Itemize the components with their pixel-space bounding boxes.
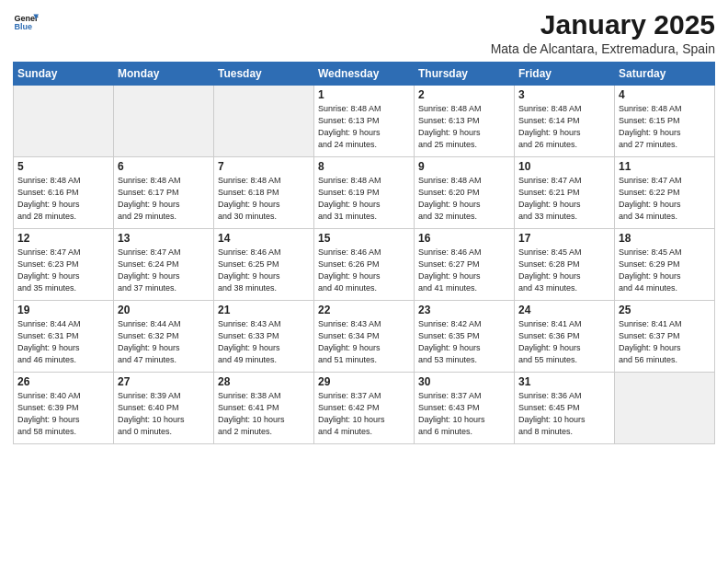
day-cell: 3Sunrise: 8:48 AM Sunset: 6:14 PM Daylig… [515,86,615,157]
day-cell: 4Sunrise: 8:48 AM Sunset: 6:15 PM Daylig… [615,86,715,157]
day-cell: 8Sunrise: 8:48 AM Sunset: 6:19 PM Daylig… [314,157,415,229]
day-cell: 11Sunrise: 8:47 AM Sunset: 6:22 PM Dayli… [615,157,715,229]
day-cell: 19Sunrise: 8:44 AM Sunset: 6:31 PM Dayli… [14,301,114,373]
day-number: 11 [619,160,711,173]
day-cell: 26Sunrise: 8:40 AM Sunset: 6:39 PM Dayli… [14,373,114,444]
day-number: 20 [118,304,210,316]
day-info: Sunrise: 8:47 AM Sunset: 6:24 PM Dayligh… [118,247,210,294]
day-cell: 31Sunrise: 8:36 AM Sunset: 6:45 PM Dayli… [515,373,615,444]
day-info: Sunrise: 8:46 AM Sunset: 6:25 PM Dayligh… [218,247,310,294]
day-info: Sunrise: 8:37 AM Sunset: 6:43 PM Dayligh… [418,390,510,438]
day-number: 12 [17,232,109,245]
header-friday: Friday [515,63,615,86]
day-cell [114,86,214,157]
calendar-title: January 2025 [491,9,715,40]
day-info: Sunrise: 8:36 AM Sunset: 6:45 PM Dayligh… [518,390,610,438]
day-info: Sunrise: 8:45 AM Sunset: 6:28 PM Dayligh… [518,247,610,294]
day-info: Sunrise: 8:37 AM Sunset: 6:42 PM Dayligh… [318,390,410,438]
day-cell: 12Sunrise: 8:47 AM Sunset: 6:23 PM Dayli… [14,229,114,301]
day-number: 18 [619,232,711,245]
day-info: Sunrise: 8:43 AM Sunset: 6:33 PM Dayligh… [218,318,310,366]
day-cell: 20Sunrise: 8:44 AM Sunset: 6:32 PM Dayli… [114,301,214,373]
day-cell [615,373,715,444]
header-saturday: Saturday [615,63,715,86]
day-info: Sunrise: 8:46 AM Sunset: 6:26 PM Dayligh… [318,247,410,294]
day-number: 5 [17,160,109,173]
day-number: 28 [218,375,310,388]
day-cell: 17Sunrise: 8:45 AM Sunset: 6:28 PM Dayli… [515,229,615,301]
day-cell: 1Sunrise: 8:48 AM Sunset: 6:13 PM Daylig… [314,86,415,157]
day-info: Sunrise: 8:48 AM Sunset: 6:13 PM Dayligh… [418,103,510,151]
day-cell: 25Sunrise: 8:41 AM Sunset: 6:37 PM Dayli… [615,301,715,373]
day-number: 24 [518,304,610,316]
day-header-row: Sunday Monday Tuesday Wednesday Thursday… [14,63,715,86]
header-wednesday: Wednesday [314,63,415,86]
week-row-4: 19Sunrise: 8:44 AM Sunset: 6:31 PM Dayli… [14,301,715,373]
day-cell: 9Sunrise: 8:48 AM Sunset: 6:20 PM Daylig… [415,157,515,229]
day-info: Sunrise: 8:38 AM Sunset: 6:41 PM Dayligh… [218,390,310,438]
day-number: 8 [318,160,410,173]
day-info: Sunrise: 8:47 AM Sunset: 6:23 PM Dayligh… [17,247,109,294]
day-cell: 13Sunrise: 8:47 AM Sunset: 6:24 PM Dayli… [114,229,214,301]
day-info: Sunrise: 8:48 AM Sunset: 6:19 PM Dayligh… [318,175,410,223]
day-number: 16 [418,232,510,245]
header-monday: Monday [114,63,214,86]
day-info: Sunrise: 8:48 AM Sunset: 6:17 PM Dayligh… [118,175,210,223]
logo-icon: General Blue [13,9,39,35]
day-number: 15 [318,232,410,245]
day-number: 23 [418,304,510,316]
calendar-container: General Blue January 2025 Mata de Alcant… [0,0,728,563]
header: General Blue January 2025 Mata de Alcant… [13,9,715,56]
day-info: Sunrise: 8:48 AM Sunset: 6:15 PM Dayligh… [619,103,711,151]
calendar-subtitle: Mata de Alcantara, Extremadura, Spain [491,41,715,56]
day-info: Sunrise: 8:48 AM Sunset: 6:20 PM Dayligh… [418,175,510,223]
day-cell: 22Sunrise: 8:43 AM Sunset: 6:34 PM Dayli… [314,301,415,373]
day-info: Sunrise: 8:39 AM Sunset: 6:40 PM Dayligh… [118,390,210,438]
day-number: 1 [318,88,410,101]
day-cell: 7Sunrise: 8:48 AM Sunset: 6:18 PM Daylig… [214,157,314,229]
week-row-1: 1Sunrise: 8:48 AM Sunset: 6:13 PM Daylig… [14,86,715,157]
day-number: 17 [518,232,610,245]
day-number: 4 [619,88,711,101]
day-number: 22 [318,304,410,316]
day-cell: 24Sunrise: 8:41 AM Sunset: 6:36 PM Dayli… [515,301,615,373]
day-cell [14,86,114,157]
day-info: Sunrise: 8:48 AM Sunset: 6:16 PM Dayligh… [17,175,109,223]
day-number: 31 [518,375,610,388]
logo: General Blue [13,9,42,35]
calendar-body: 1Sunrise: 8:48 AM Sunset: 6:13 PM Daylig… [14,86,715,444]
day-info: Sunrise: 8:46 AM Sunset: 6:27 PM Dayligh… [418,247,510,294]
day-number: 19 [17,304,109,316]
day-number: 14 [218,232,310,245]
day-cell: 27Sunrise: 8:39 AM Sunset: 6:40 PM Dayli… [114,373,214,444]
day-number: 26 [17,375,109,388]
day-info: Sunrise: 8:45 AM Sunset: 6:29 PM Dayligh… [619,247,711,294]
day-info: Sunrise: 8:47 AM Sunset: 6:21 PM Dayligh… [518,175,610,223]
day-cell: 14Sunrise: 8:46 AM Sunset: 6:25 PM Dayli… [214,229,314,301]
day-info: Sunrise: 8:43 AM Sunset: 6:34 PM Dayligh… [318,318,410,366]
day-cell: 29Sunrise: 8:37 AM Sunset: 6:42 PM Dayli… [314,373,415,444]
day-number: 7 [218,160,310,173]
day-cell: 2Sunrise: 8:48 AM Sunset: 6:13 PM Daylig… [415,86,515,157]
day-info: Sunrise: 8:41 AM Sunset: 6:37 PM Dayligh… [619,318,711,366]
svg-text:Blue: Blue [14,22,32,31]
day-info: Sunrise: 8:48 AM Sunset: 6:13 PM Dayligh… [318,103,410,151]
day-cell: 6Sunrise: 8:48 AM Sunset: 6:17 PM Daylig… [114,157,214,229]
day-cell: 18Sunrise: 8:45 AM Sunset: 6:29 PM Dayli… [615,229,715,301]
day-number: 21 [218,304,310,316]
day-cell: 30Sunrise: 8:37 AM Sunset: 6:43 PM Dayli… [415,373,515,444]
header-sunday: Sunday [14,63,114,86]
week-row-3: 12Sunrise: 8:47 AM Sunset: 6:23 PM Dayli… [14,229,715,301]
day-info: Sunrise: 8:40 AM Sunset: 6:39 PM Dayligh… [17,390,109,438]
week-row-5: 26Sunrise: 8:40 AM Sunset: 6:39 PM Dayli… [14,373,715,444]
day-number: 9 [418,160,510,173]
week-row-2: 5Sunrise: 8:48 AM Sunset: 6:16 PM Daylig… [14,157,715,229]
day-number: 27 [118,375,210,388]
day-info: Sunrise: 8:41 AM Sunset: 6:36 PM Dayligh… [518,318,610,366]
day-number: 30 [418,375,510,388]
header-tuesday: Tuesday [214,63,314,86]
day-cell: 21Sunrise: 8:43 AM Sunset: 6:33 PM Dayli… [214,301,314,373]
day-number: 6 [118,160,210,173]
day-number: 10 [518,160,610,173]
day-info: Sunrise: 8:48 AM Sunset: 6:18 PM Dayligh… [218,175,310,223]
